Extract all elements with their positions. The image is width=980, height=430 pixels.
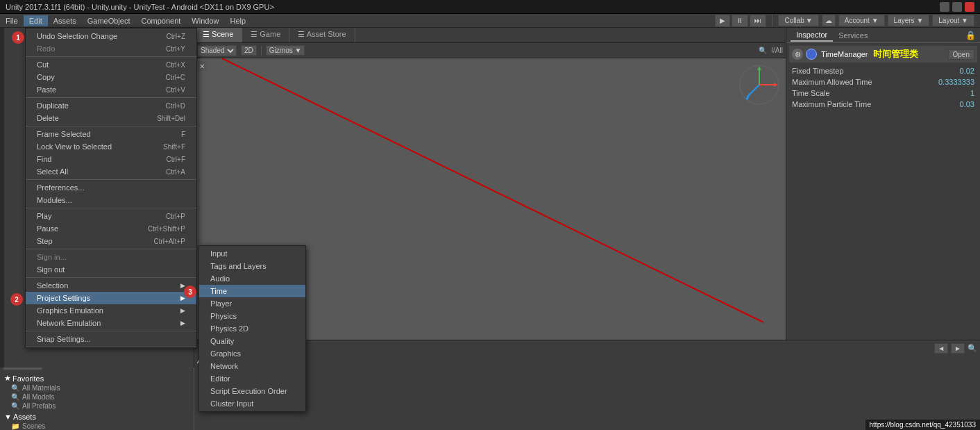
submenu-editor[interactable]: Editor — [199, 372, 305, 385]
fav-all-prefabs[interactable]: 🔍 All Prefabs — [3, 402, 191, 411]
menu-section-dup: Duplicate Ctrl+D Delete Shift+Del — [26, 98, 196, 126]
menu-lock-view[interactable]: Lock View to Selected Shift+F — [26, 140, 196, 153]
collab-label: Collab — [784, 17, 804, 24]
menu-help[interactable]: Help — [224, 15, 251, 26]
svg-marker-3 — [757, 66, 761, 70]
menu-graphics-emulation[interactable]: Graphics Emulation — [26, 304, 196, 317]
menu-file[interactable]: File — [0, 15, 24, 26]
scene-toolbar: Shaded 2D Gizmos ▼ 🔍 #All — [194, 43, 786, 58]
menu-preferences[interactable]: Preferences... — [26, 181, 196, 194]
assets-header[interactable]: ▼ Assets — [3, 412, 191, 422]
inspector-content: ⚙ TimeManager 时间管理类 Open Fixed Timestep … — [786, 43, 980, 113]
asset-prev-button[interactable]: ◄ — [934, 343, 948, 354]
step-button[interactable]: ⏭ — [750, 15, 766, 27]
asset-browser: ◄ ► 🔍 Assets ► Scenes Scripts https://bl… — [194, 340, 980, 430]
submenu-graphics[interactable]: Graphics — [199, 347, 305, 360]
menu-delete[interactable]: Delete Shift+Del — [26, 112, 196, 124]
menu-select-all[interactable]: Select All Ctrl+A — [26, 165, 196, 178]
menu-step[interactable]: Step Ctrl+Alt+P — [26, 235, 196, 247]
inspector-lock-icon[interactable]: 🔒 — [965, 31, 976, 40]
collab-button[interactable]: Collab ▼ — [778, 15, 818, 26]
menu-pause[interactable]: Pause Ctrl+Shift+P — [26, 222, 196, 235]
menu-edit[interactable]: Edit — [24, 15, 48, 26]
menu-section-snap: Snap Settings... — [26, 331, 196, 347]
menu-selection[interactable]: Selection — [26, 279, 196, 292]
menu-frame-selected[interactable]: Frame Selected F — [26, 128, 196, 140]
submenu-time[interactable]: Time — [199, 285, 305, 297]
play-button[interactable]: ▶ — [715, 15, 730, 27]
submenu-quality[interactable]: Quality — [199, 335, 305, 347]
annotation-2: 2 — [10, 293, 23, 306]
menu-modules[interactable]: Modules... — [26, 194, 196, 206]
layout-dropdown-icon: ▼ — [961, 17, 968, 24]
menu-section-settings: Selection 2 Project Settings Graphics Em… — [26, 278, 196, 331]
menu-component[interactable]: Component — [135, 15, 186, 26]
submenu-audio[interactable]: Audio — [199, 272, 305, 285]
pause-button[interactable]: ⏸ — [732, 15, 748, 27]
shading-dropdown[interactable]: Shaded — [197, 45, 237, 56]
layers-button[interactable]: Layers ▼ — [888, 15, 930, 26]
menu-assets[interactable]: Assets — [48, 15, 82, 26]
menu-undo[interactable]: Undo Selection Change Ctrl+Z — [26, 30, 196, 42]
expand-button[interactable]: ✕ — [197, 61, 207, 71]
gizmos-button[interactable]: Gizmos ▼ — [266, 45, 305, 56]
assets-tree: ▼ Assets 📁 Scenes 📁 Scripts — [3, 412, 191, 430]
menu-duplicate[interactable]: Duplicate Ctrl+D — [26, 99, 196, 112]
tab-asset-store[interactable]: ☰ Asset Store — [289, 28, 355, 42]
submenu-player[interactable]: Player — [199, 297, 305, 310]
favorites-section: ★ Favorites 🔍 All Materials 🔍 All Models… — [3, 373, 191, 411]
asset-breadcrumb: Assets ► — [197, 356, 977, 365]
inspector-field-max-particle-time: Maximum Particle Time 0.03 — [789, 99, 977, 110]
account-button[interactable]: Account ▼ — [838, 15, 885, 26]
menu-redo[interactable]: Redo Ctrl+Y — [26, 42, 196, 55]
menu-section-prefs: Preferences... Modules... — [26, 180, 196, 208]
menu-signin[interactable]: Sign in... — [26, 251, 196, 263]
main-layout: 1 Undo Selection Change Ctrl+Z Redo Ctrl… — [0, 28, 980, 367]
submenu-script-execution-order[interactable]: Script Execution Order — [199, 385, 305, 397]
fav-all-models[interactable]: 🔍 All Models — [3, 392, 191, 402]
menu-paste[interactable]: Paste Ctrl+V — [26, 83, 196, 96]
submenu-physics-2d[interactable]: Physics 2D — [199, 322, 305, 335]
asset-next-button[interactable]: ► — [951, 343, 965, 354]
tab-scene[interactable]: ☰ Scene — [194, 28, 242, 42]
time-manager-header: ⚙ TimeManager 时间管理类 Open — [789, 46, 977, 63]
menu-window[interactable]: Window — [186, 15, 224, 26]
menu-gameobject[interactable]: GameObject — [82, 15, 136, 26]
submenu-tags-and-layers[interactable]: Tags and Layers — [199, 260, 305, 272]
submenu-network[interactable]: Network — [199, 360, 305, 372]
favorites-header[interactable]: ★ Favorites — [3, 373, 191, 383]
open-button[interactable]: Open — [948, 49, 974, 60]
menu-copy[interactable]: Copy Ctrl+C — [26, 71, 196, 83]
asset-scenes[interactable]: 📁 Scenes — [3, 422, 191, 430]
edit-menu-dropdown: 1 Undo Selection Change Ctrl+Z Redo Ctrl… — [25, 28, 197, 348]
menu-snap-settings[interactable]: Snap Settings... — [26, 333, 196, 345]
inspector-header: Inspector Services 🔒 — [786, 28, 980, 43]
layout-button[interactable]: Layout ▼ — [932, 15, 974, 26]
menu-find[interactable]: Find Ctrl+F — [26, 153, 196, 165]
all-label: #All — [771, 47, 783, 54]
cloud-button[interactable]: ☁ — [822, 15, 836, 26]
inspector-tab-inspector[interactable]: Inspector — [791, 29, 833, 42]
layers-dropdown-icon: ▼ — [916, 17, 923, 24]
inspector-field-max-allowed-time: Maximum Allowed Time 0.3333333 — [789, 76, 977, 88]
submenu-cluster-input[interactable]: Cluster Input — [199, 397, 305, 410]
avatar — [806, 49, 817, 60]
title-text: Unity 2017.3.1f1 (64bit) - Unity.unity -… — [6, 3, 274, 11]
submenu-physics[interactable]: Physics — [199, 310, 305, 322]
layers-label: Layers — [894, 17, 915, 24]
2d-button[interactable]: 2D — [241, 45, 257, 56]
project-settings-submenu: 3 Input Tags and Layers Audio Time Playe… — [198, 245, 306, 412]
menu-play[interactable]: Play Ctrl+P — [26, 210, 196, 222]
account-dropdown-icon: ▼ — [872, 17, 879, 24]
menu-section-signin: Sign in... Sign out — [26, 249, 196, 278]
asset-grid: Scenes Scripts — [197, 369, 977, 410]
asset-search-icon: 🔍 — [968, 344, 977, 353]
menu-network-emulation[interactable]: Network Emulation — [26, 317, 196, 329]
menu-cut[interactable]: Cut Ctrl+X — [26, 58, 196, 71]
inspector-tab-services[interactable]: Services — [833, 30, 873, 41]
tab-game[interactable]: ☰ Game — [242, 28, 289, 42]
menu-project-settings[interactable]: Project Settings — [26, 292, 196, 304]
menu-signout[interactable]: Sign out — [26, 263, 196, 276]
fav-all-materials[interactable]: 🔍 All Materials — [3, 383, 191, 392]
submenu-input[interactable]: Input — [199, 247, 305, 260]
